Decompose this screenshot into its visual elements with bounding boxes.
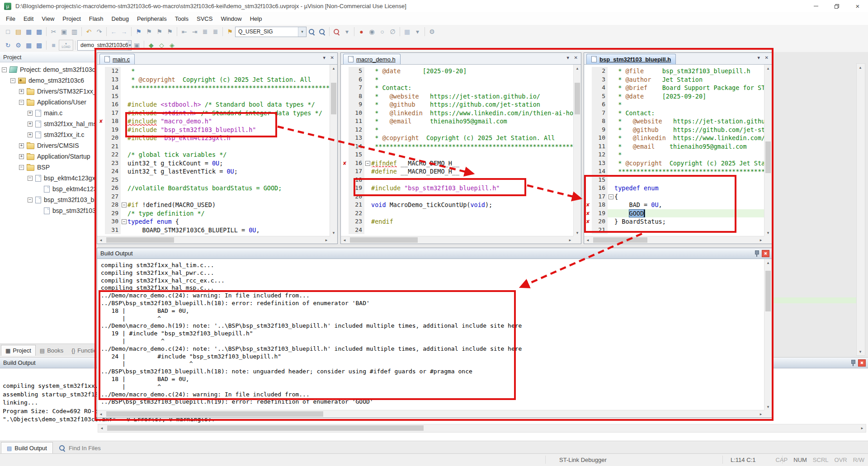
scroll-left-icon[interactable]: ◂ bbox=[341, 236, 348, 244]
editor-code-area[interactable]: 5 * @date [2025-09-20]6 *7 * Contact:8 *… bbox=[341, 65, 574, 244]
code-line[interactable]: 14 *************************************… bbox=[584, 167, 764, 176]
scroll-up-icon[interactable]: ▴ bbox=[857, 64, 864, 71]
expand-icon[interactable]: + bbox=[28, 132, 33, 137]
code-line[interactable]: 17−{ bbox=[584, 193, 764, 201]
menu-item-flash[interactable]: Flash bbox=[85, 12, 108, 25]
code-line[interactable]: 12 * bbox=[341, 126, 574, 134]
window-layout-icon[interactable]: ▦ bbox=[402, 27, 412, 37]
editor-vertical-scrollbar[interactable]: ▴▾ bbox=[330, 65, 337, 236]
tree-item[interactable]: +Drivers/CMSIS bbox=[0, 140, 94, 151]
tree-item[interactable]: −bsp_stm32f103_bluepill.c bbox=[0, 194, 94, 205]
code-line[interactable]: 21 bbox=[584, 226, 764, 235]
fold-collapse-icon[interactable]: − bbox=[609, 194, 613, 199]
expand-icon[interactable]: + bbox=[28, 122, 33, 127]
indent-icon[interactable]: ⇥ bbox=[189, 27, 200, 37]
editor-horizontal-scrollbar[interactable]: ◂▸ bbox=[584, 236, 764, 244]
menu-item-edit[interactable]: Edit bbox=[19, 12, 38, 25]
scroll-up-icon[interactable]: ▴ bbox=[330, 65, 337, 72]
code-line[interactable]: 17#define __MACRO_DEMO_H__ bbox=[341, 167, 574, 176]
code-line[interactable]: 24uint32_t g_lastEventTick = 0U; bbox=[97, 167, 330, 176]
menu-item-peripherals[interactable]: Peripherals bbox=[133, 12, 171, 25]
menu-item-help[interactable]: Help bbox=[246, 12, 266, 25]
scroll-right-icon[interactable]: ▸ bbox=[566, 236, 574, 244]
expand-icon[interactable]: + bbox=[28, 111, 33, 116]
code-line[interactable]: 23#endif bbox=[341, 217, 574, 226]
target-options-icon[interactable]: ▣ bbox=[132, 40, 142, 50]
scrollbar-thumb[interactable] bbox=[331, 83, 336, 114]
scroll-right-icon[interactable]: ▸ bbox=[859, 424, 866, 432]
bookmark-next-icon[interactable]: ⚑ bbox=[154, 27, 165, 37]
code-line[interactable]: 28−#if !defined(MACRO_USED) bbox=[97, 201, 330, 209]
tree-item[interactable]: −Project: demo_stm32f103c6 bbox=[0, 64, 94, 75]
scroll-up-icon[interactable]: ▴ bbox=[764, 65, 772, 72]
window-close-icon[interactable]: ✕ bbox=[765, 55, 769, 60]
tree-item[interactable]: +main.c bbox=[0, 108, 94, 118]
scroll-left-icon[interactable]: ◂ bbox=[97, 236, 104, 244]
code-line[interactable]: 31 BOARD_STM32F103C6_BLUEPILL = 0U, bbox=[97, 226, 330, 235]
scroll-down-icon[interactable]: ▾ bbox=[574, 229, 581, 236]
window-close-icon[interactable]: ✕ bbox=[574, 55, 578, 60]
build-icon[interactable]: ⚙ bbox=[13, 40, 24, 50]
fold-collapse-icon[interactable]: − bbox=[365, 161, 370, 166]
bookmark-clear-all-icon[interactable]: ⚑ bbox=[165, 27, 175, 37]
code-line[interactable]: 6 * bbox=[584, 100, 764, 109]
menu-item-window[interactable]: Window bbox=[217, 12, 245, 25]
window-layout-dropdown-icon[interactable]: ▾ bbox=[412, 27, 423, 37]
scroll-left-icon[interactable]: ◂ bbox=[97, 410, 104, 418]
scrollbar-thumb[interactable] bbox=[765, 141, 771, 173]
save-icon[interactable]: ▦ bbox=[24, 27, 34, 37]
file-extensions-icon[interactable]: ◆ bbox=[146, 40, 156, 50]
fold-collapse-icon[interactable]: − bbox=[122, 219, 127, 224]
undo-icon[interactable]: ↶ bbox=[84, 27, 94, 37]
code-line[interactable]: 11 * @email thienaiho95@gmail.com bbox=[584, 142, 764, 151]
scrollbar-thumb[interactable] bbox=[575, 83, 580, 114]
code-line[interactable]: 15 bbox=[97, 92, 330, 101]
tree-item[interactable]: +stm32f1xx_it.c bbox=[0, 129, 94, 140]
collapse-icon[interactable]: − bbox=[28, 198, 33, 202]
rebuild-all-icon[interactable]: ▦ bbox=[24, 40, 34, 50]
output-horizontal-scrollbar[interactable]: ◂▸ bbox=[98, 424, 866, 433]
scroll-up-icon[interactable]: ▴ bbox=[764, 259, 772, 266]
code-line[interactable]: ✘19 GOOD bbox=[584, 209, 764, 218]
editor-horizontal-scrollbar[interactable]: ◂▸ bbox=[97, 236, 330, 244]
code-line[interactable]: 24 bbox=[341, 226, 574, 235]
editor-vertical-scrollbar[interactable]: ▴▾ bbox=[764, 65, 772, 236]
bookmark-toggle-icon[interactable]: ⚑ bbox=[133, 27, 144, 37]
code-line[interactable]: ✘16−#ifndef __MACRO_DEMO_H__ bbox=[341, 159, 574, 168]
target-select-combo[interactable]: demo_stm32f103c6▾ bbox=[77, 40, 132, 51]
panel-close-button[interactable]: ✖ bbox=[858, 359, 866, 367]
combo-dropdown-icon[interactable]: ▾ bbox=[298, 27, 306, 37]
comment-selection-icon[interactable]: ≣ bbox=[200, 27, 210, 37]
output-horizontal-scrollbar[interactable]: ◂▸ bbox=[97, 410, 764, 418]
menu-item-debug[interactable]: Debug bbox=[108, 12, 133, 25]
menu-item-view[interactable]: View bbox=[38, 12, 58, 25]
window-menu-icon[interactable]: ▼ bbox=[566, 56, 570, 60]
code-line[interactable]: 13 * @copyright Copyright (c) 2025 Jet S… bbox=[341, 134, 574, 142]
code-line[interactable]: 3 * @author Jet Station bbox=[584, 75, 764, 84]
tree-item[interactable]: +Drivers/STM32F1xx_HAL_Driver bbox=[0, 86, 94, 97]
scroll-left-icon[interactable]: ◂ bbox=[98, 424, 105, 432]
scrollbar-thumb[interactable] bbox=[107, 425, 424, 431]
batch-build-icon[interactable]: ▩ bbox=[34, 40, 44, 50]
code-line[interactable]: 15 bbox=[584, 176, 764, 184]
panel-tab-books[interactable]: ▤Books bbox=[36, 345, 67, 356]
code-line[interactable]: ✘20} BoardStatus; bbox=[584, 217, 764, 226]
cut-icon[interactable]: ✂ bbox=[48, 27, 59, 37]
collapse-icon[interactable]: − bbox=[10, 78, 15, 83]
panel-tab-functions[interactable]: {}Functions bbox=[67, 345, 96, 356]
scroll-down-icon[interactable]: ▾ bbox=[764, 403, 772, 410]
configure-tools-icon[interactable]: ⚙ bbox=[427, 27, 437, 37]
find-symbol-icon[interactable] bbox=[331, 27, 342, 37]
code-line[interactable]: 26//volatile BoardStatus boardStatus = G… bbox=[97, 184, 330, 193]
code-line[interactable]: 5 * @date [2025-09-20] bbox=[341, 67, 574, 75]
code-line[interactable]: 9 * @github https://github.com/jet-stati… bbox=[584, 126, 764, 134]
download-to-flash-icon[interactable]: ▾LOAD bbox=[59, 40, 73, 51]
scrollbar-thumb[interactable] bbox=[765, 271, 771, 311]
navigate-forward-icon[interactable]: → bbox=[119, 27, 129, 37]
target-environment-icon[interactable]: ◇ bbox=[156, 40, 167, 50]
collapse-icon[interactable]: − bbox=[19, 165, 24, 170]
code-line[interactable]: 15 bbox=[341, 151, 574, 159]
kill-breakpoints-icon[interactable]: ○ bbox=[377, 27, 387, 37]
fold-collapse-icon[interactable]: − bbox=[122, 202, 127, 207]
code-line[interactable]: 14 *************************************… bbox=[341, 142, 574, 151]
